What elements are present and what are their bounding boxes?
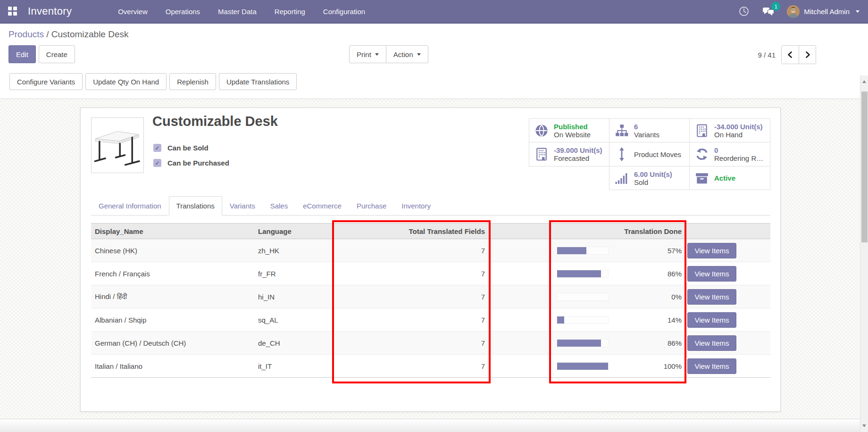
stat-button-sold[interactable]: 6.00 Unit(s) Sold bbox=[609, 166, 690, 190]
table-row[interactable]: Hindi / हिंदी hi_IN 7 0% View Items bbox=[91, 285, 770, 308]
menu-reporting[interactable]: Reporting bbox=[275, 8, 305, 16]
user-menu[interactable]: Mitchell Admin bbox=[787, 5, 860, 18]
view-items-button[interactable]: View Items bbox=[687, 266, 736, 282]
scroll-up-arrow-icon[interactable] bbox=[862, 80, 866, 83]
variants-label: Variants bbox=[634, 131, 659, 139]
tab-sales[interactable]: Sales bbox=[263, 196, 296, 216]
tab-purchase[interactable]: Purchase bbox=[349, 196, 394, 216]
reordering-count: 0 bbox=[714, 146, 763, 154]
can-be-purchased-checkbox[interactable]: ✓ bbox=[153, 159, 161, 167]
table-row[interactable]: Chinese (HK) zh_HK 7 57% View Items bbox=[91, 239, 770, 262]
pager-previous-button[interactable] bbox=[782, 46, 799, 64]
scroll-down-arrow-icon[interactable] bbox=[862, 424, 866, 427]
action-caret-down-icon bbox=[417, 53, 421, 56]
on-hand-label: On Hand bbox=[714, 131, 763, 139]
stat-button-variants[interactable]: 6 Variants bbox=[609, 118, 690, 142]
tab-inventory[interactable]: Inventory bbox=[394, 196, 438, 216]
header-display-name[interactable]: Display_Name bbox=[91, 227, 256, 235]
menu-operations[interactable]: Operations bbox=[166, 8, 200, 16]
pager-next-button[interactable] bbox=[799, 46, 816, 64]
table-header-row: Display_Name Language Total Translated F… bbox=[91, 223, 770, 239]
breadcrumb-products-link[interactable]: Products bbox=[8, 29, 44, 39]
update-translations-button[interactable]: Update Translations bbox=[219, 73, 297, 90]
row-language: fr_FR bbox=[256, 270, 334, 278]
row-language: sq_AL bbox=[256, 316, 334, 324]
row-display-name: German (CH) / Deutsch (CH) bbox=[91, 339, 256, 347]
tab-general-information[interactable]: General Information bbox=[91, 196, 169, 216]
table-row[interactable]: German (CH) / Deutsch (CH) de_CH 7 86% V… bbox=[91, 332, 770, 355]
breadcrumb-separator: / bbox=[46, 29, 49, 39]
forecasted-label: Forecasted bbox=[554, 154, 602, 162]
sitemap-icon bbox=[614, 125, 630, 137]
row-language: zh_HK bbox=[256, 247, 334, 255]
website-status-label: On Website bbox=[554, 131, 591, 139]
notebook-tabs: General Information Translations Variant… bbox=[91, 196, 770, 216]
header-translation-done[interactable]: Translation Done bbox=[551, 227, 685, 235]
row-display-name: Hindi / हिंदी bbox=[91, 292, 256, 301]
edit-button[interactable]: Edit bbox=[8, 45, 36, 63]
forecasted-value: -39.000 Unit(s) bbox=[554, 146, 602, 154]
app-name[interactable]: Inventory bbox=[28, 5, 72, 17]
translations-table: Display_Name Language Total Translated F… bbox=[91, 223, 770, 378]
table-row[interactable]: Albanian / Shqip sq_AL 7 14% View Items bbox=[91, 308, 770, 332]
row-display-name: French / Français bbox=[91, 270, 256, 278]
replenish-button[interactable]: Replenish bbox=[169, 73, 216, 90]
update-qty-on-hand-button[interactable]: Update Qty On Hand bbox=[85, 73, 167, 90]
building-icon bbox=[694, 124, 710, 138]
action-dropdown-button[interactable]: Action bbox=[386, 45, 428, 63]
stat-button-website[interactable]: Published On Website bbox=[529, 118, 609, 142]
row-display-name: Albanian / Shqip bbox=[91, 316, 256, 324]
apps-menu-icon[interactable] bbox=[8, 7, 17, 16]
menu-master-data[interactable]: Master Data bbox=[218, 8, 257, 16]
header-total-translated-fields[interactable]: Total Translated Fields bbox=[334, 227, 490, 235]
breadcrumb-current: Customizable Desk bbox=[51, 29, 129, 39]
can-be-sold-checkbox[interactable]: ✓ bbox=[153, 144, 161, 152]
tab-ecommerce[interactable]: eCommerce bbox=[295, 196, 349, 216]
row-done-pct: 86% bbox=[668, 339, 685, 347]
progress-bar bbox=[557, 293, 609, 301]
scrollbar-thumb[interactable] bbox=[861, 91, 868, 242]
active-status: Active bbox=[714, 174, 735, 182]
view-items-button[interactable]: View Items bbox=[687, 312, 736, 328]
stat-button-product-moves[interactable]: Product Moves bbox=[609, 142, 690, 166]
menu-configuration[interactable]: Configuration bbox=[323, 8, 365, 16]
row-done-pct: 86% bbox=[668, 270, 685, 278]
row-display-name: Italian / Italiano bbox=[91, 362, 256, 370]
user-avatar bbox=[787, 5, 800, 18]
sold-label: Sold bbox=[634, 178, 672, 186]
configure-variants-button[interactable]: Configure Variants bbox=[9, 73, 83, 90]
view-items-button[interactable]: View Items bbox=[687, 358, 736, 374]
tab-translations[interactable]: Translations bbox=[169, 196, 222, 216]
stat-button-on-hand[interactable]: -34.000 Unit(s) On Hand bbox=[689, 118, 770, 142]
stat-button-active[interactable]: Active bbox=[689, 166, 770, 190]
activities-clock-icon[interactable] bbox=[738, 5, 750, 17]
product-image[interactable] bbox=[91, 117, 144, 173]
table-row[interactable]: French / Français fr_FR 7 86% View Items bbox=[91, 262, 770, 285]
row-total-fields: 7 bbox=[334, 316, 490, 324]
create-button[interactable]: Create bbox=[39, 45, 75, 63]
stat-button-reordering[interactable]: 0 Reordering R… bbox=[689, 142, 770, 166]
window-bottom-strip bbox=[0, 419, 868, 432]
view-items-button[interactable]: View Items bbox=[687, 335, 736, 351]
top-menus: Overview Operations Master Data Reportin… bbox=[118, 8, 365, 16]
view-items-button[interactable]: View Items bbox=[687, 243, 736, 258]
menu-overview[interactable]: Overview bbox=[118, 8, 148, 16]
header-language[interactable]: Language bbox=[256, 227, 334, 235]
refresh-icon bbox=[694, 148, 710, 161]
vertical-scrollbar[interactable] bbox=[860, 75, 868, 432]
user-name: Mitchell Admin bbox=[804, 8, 850, 16]
product-moves-label: Product Moves bbox=[634, 150, 681, 158]
view-items-button[interactable]: View Items bbox=[687, 289, 736, 305]
messages-icon[interactable]: 1 bbox=[762, 5, 775, 17]
pager: 9 / 41 bbox=[758, 45, 816, 64]
table-row[interactable]: Italian / Italiano it_IT 7 100% View Ite… bbox=[91, 355, 770, 378]
row-total-fields: 7 bbox=[334, 339, 490, 347]
tab-variants[interactable]: Variants bbox=[222, 196, 263, 216]
progress-bar bbox=[557, 270, 609, 278]
stat-button-forecasted[interactable]: -39.000 Unit(s) Forecasted bbox=[529, 142, 609, 166]
variants-count: 6 bbox=[634, 123, 659, 131]
control-panel: Products / Customizable Desk Edit Create… bbox=[0, 24, 868, 99]
progress-bar bbox=[557, 362, 609, 370]
print-dropdown-button[interactable]: Print bbox=[349, 45, 386, 63]
sold-value: 6.00 Unit(s) bbox=[634, 170, 672, 178]
